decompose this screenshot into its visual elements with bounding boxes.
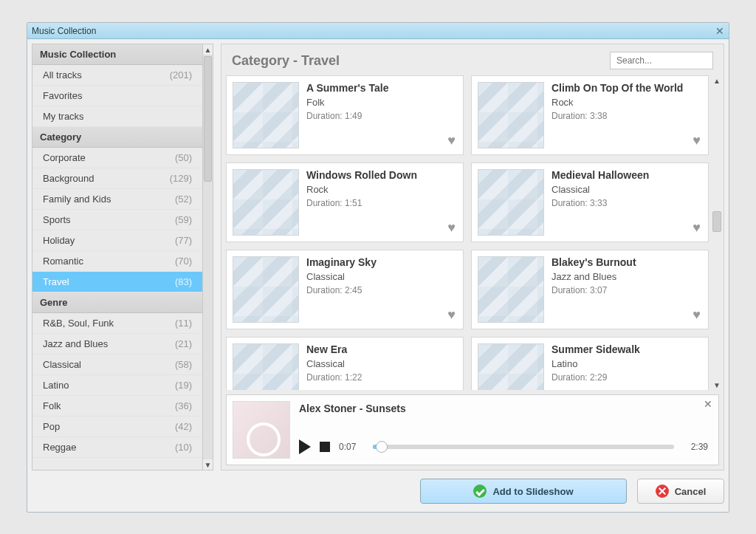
content-panel: Category - Travel A Summer's TaleFolkDur… — [221, 44, 724, 470]
seek-knob[interactable] — [376, 441, 388, 453]
track-genre: Rock — [306, 184, 457, 195]
sidebar-item-count: (83) — [175, 276, 192, 287]
music-collection-window: Music Collection ✕ Music CollectionAll t… — [27, 22, 729, 513]
cancel-icon — [656, 485, 669, 498]
favorite-icon[interactable]: ♥ — [447, 220, 456, 236]
sidebar-item[interactable]: Pop(42) — [32, 417, 202, 437]
sidebar-section-header: Genre — [32, 292, 202, 313]
sidebar-item-count: (19) — [175, 380, 192, 391]
sidebar-item-label: Background — [43, 173, 94, 184]
track-title: Windows Rolled Down — [306, 169, 457, 181]
track-grid: A Summer's TaleFolkDuration: 1:49♥Climb … — [226, 75, 709, 390]
track-genre: Folk — [306, 97, 457, 108]
sidebar-item[interactable]: Latino(19) — [32, 375, 202, 396]
sidebar-item[interactable]: My tracks — [32, 106, 202, 127]
sidebar-item-label: Favorites — [43, 90, 82, 101]
sidebar-item[interactable]: Jazz and Blues(21) — [32, 334, 202, 355]
track-card[interactable]: Imaginary SkyClassicalDuration: 2:45♥ — [226, 250, 464, 329]
track-duration: Duration: 3:33 — [551, 198, 702, 208]
track-duration: Duration: 1:49 — [306, 111, 457, 121]
track-title: Blakey's Burnout — [551, 256, 702, 268]
favorite-icon[interactable]: ♥ — [447, 133, 456, 148]
search-input[interactable] — [610, 52, 713, 69]
content-header: Category - Travel — [221, 44, 724, 74]
sidebar-item-count: (129) — [170, 173, 192, 184]
scroll-down-icon[interactable]: ▼ — [712, 380, 722, 390]
track-title: Climb On Top Of the World — [551, 82, 702, 94]
sidebar-item[interactable]: Travel(83) — [32, 272, 202, 292]
sidebar: Music CollectionAll tracks(201)Favorites… — [32, 44, 213, 470]
track-info: Medieval HalloweenClassicalDuration: 3:3… — [551, 169, 702, 236]
content-scrollbar[interactable]: ▲ ▼ — [712, 75, 722, 390]
sidebar-item-label: Classical — [43, 359, 81, 370]
stop-button[interactable] — [320, 442, 330, 452]
scroll-down-icon[interactable]: ▼ — [203, 459, 213, 470]
sidebar-item-count: (36) — [175, 400, 192, 411]
titlebar: Music Collection ✕ — [27, 23, 729, 39]
track-info: Summer SidewalkLatinoDuration: 2:29 — [551, 343, 702, 390]
add-to-slideshow-button[interactable]: Add to Slideshow — [420, 479, 627, 504]
player-artwork — [233, 401, 290, 459]
sidebar-item[interactable]: R&B, Soul, Funk(11) — [32, 313, 202, 334]
track-card[interactable]: Windows Rolled DownRockDuration: 1:51♥ — [226, 162, 464, 242]
track-card[interactable]: Medieval HalloweenClassicalDuration: 3:3… — [471, 162, 709, 242]
sidebar-item[interactable]: Folk(36) — [32, 396, 202, 417]
track-card[interactable]: Climb On Top Of the WorldRockDuration: 3… — [471, 75, 709, 155]
track-card[interactable]: Blakey's BurnoutJazz and BluesDuration: … — [471, 250, 709, 329]
window-title: Music Collection — [32, 26, 96, 36]
sidebar-item[interactable]: Classical(58) — [32, 355, 202, 375]
sidebar-item[interactable]: Favorites — [32, 86, 202, 106]
track-duration: Duration: 1:51 — [306, 198, 457, 208]
track-duration: Duration: 3:38 — [551, 111, 702, 121]
favorite-icon[interactable]: ♥ — [693, 307, 701, 323]
sidebar-item[interactable]: Holiday(77) — [32, 230, 202, 251]
track-title: Imaginary Sky — [306, 256, 457, 268]
sidebar-item[interactable]: Sports(59) — [32, 210, 202, 230]
player-bar: ✕ Alex Stoner - Sunsets 0:07 2:39 — [226, 394, 719, 465]
track-info: Imaginary SkyClassicalDuration: 2:45 — [306, 256, 457, 323]
scroll-up-icon[interactable]: ▲ — [712, 75, 722, 86]
sidebar-item[interactable]: Romantic(70) — [32, 251, 202, 272]
sidebar-section-header: Music Collection — [32, 44, 202, 65]
track-card[interactable]: Summer SidewalkLatinoDuration: 2:29♥ — [471, 337, 709, 390]
sidebar-item-label: Folk — [43, 400, 61, 411]
track-artwork — [233, 82, 299, 148]
play-button[interactable] — [299, 439, 311, 454]
sidebar-item-label: Sports — [43, 214, 71, 225]
close-icon[interactable]: ✕ — [704, 398, 712, 410]
track-duration: Duration: 3:07 — [551, 285, 702, 295]
sidebar-item[interactable]: All tracks(201) — [32, 65, 202, 86]
seek-bar[interactable] — [373, 445, 674, 449]
scroll-up-icon[interactable]: ▲ — [203, 44, 213, 55]
track-genre: Classical — [306, 271, 457, 282]
main-area: Music CollectionAll tracks(201)Favorites… — [32, 44, 724, 470]
sidebar-section-header: Category — [32, 127, 202, 148]
track-genre: Latino — [551, 358, 702, 369]
sidebar-item[interactable]: Corporate(50) — [32, 148, 202, 168]
sidebar-list: Music CollectionAll tracks(201)Favorites… — [32, 44, 202, 470]
close-icon[interactable]: ✕ — [715, 25, 724, 37]
sidebar-item-count: (50) — [175, 152, 192, 163]
sidebar-item-count: (21) — [175, 338, 192, 349]
sidebar-item-label: Reggae — [43, 442, 77, 453]
sidebar-item[interactable]: Background(129) — [32, 168, 202, 189]
favorite-icon[interactable]: ♥ — [693, 220, 701, 236]
track-duration: Duration: 2:29 — [551, 372, 702, 383]
track-card[interactable]: A Summer's TaleFolkDuration: 1:49♥ — [226, 75, 464, 155]
cancel-button[interactable]: Cancel — [637, 479, 724, 504]
sidebar-item[interactable]: Family and Kids(52) — [32, 189, 202, 210]
favorite-icon[interactable]: ♥ — [693, 133, 701, 148]
sidebar-scrollbar[interactable]: ▲ ▼ — [202, 44, 213, 470]
sidebar-item-label: Romantic — [43, 256, 83, 267]
favorite-icon[interactable]: ♥ — [447, 307, 456, 323]
sidebar-item[interactable]: Reggae(10) — [32, 437, 202, 458]
track-card[interactable]: New EraClassicalDuration: 1:22♥ — [226, 337, 464, 390]
sidebar-item-count: (201) — [170, 69, 192, 81]
track-info: A Summer's TaleFolkDuration: 1:49 — [306, 82, 457, 148]
scroll-thumb[interactable] — [712, 211, 721, 232]
sidebar-item-label: Holiday — [43, 235, 75, 246]
scroll-thumb[interactable] — [204, 56, 212, 182]
track-grid-wrap: A Summer's TaleFolkDuration: 1:49♥Climb … — [226, 75, 709, 390]
total-time: 2:39 — [683, 442, 708, 452]
sidebar-item-count: (11) — [175, 318, 192, 329]
